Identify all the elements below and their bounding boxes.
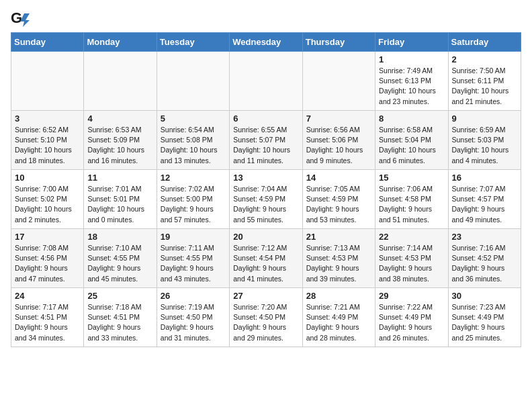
day-number: 26 — [161, 291, 226, 301]
calendar-cell: 20Sunrise: 7:12 AM Sunset: 4:54 PM Dayli… — [230, 229, 302, 288]
day-info: Sunrise: 7:12 AM Sunset: 4:54 PM Dayligh… — [233, 243, 298, 284]
day-info: Sunrise: 6:56 AM Sunset: 5:06 PM Dayligh… — [306, 125, 371, 166]
calendar-cell: 14Sunrise: 7:05 AM Sunset: 4:59 PM Dayli… — [302, 170, 375, 229]
day-number: 2 — [452, 54, 517, 64]
calendar-cell: 15Sunrise: 7:06 AM Sunset: 4:58 PM Dayli… — [375, 170, 448, 229]
day-number: 4 — [87, 113, 152, 124]
calendar-cell: 11Sunrise: 7:01 AM Sunset: 5:01 PM Dayli… — [84, 170, 157, 229]
day-number: 10 — [15, 173, 80, 183]
calendar-cell: 27Sunrise: 7:20 AM Sunset: 4:50 PM Dayli… — [230, 288, 302, 347]
day-number: 14 — [306, 173, 371, 183]
day-number: 20 — [233, 232, 298, 242]
calendar-cell: 7Sunrise: 6:56 AM Sunset: 5:06 PM Daylig… — [302, 111, 375, 170]
calendar-cell: 30Sunrise: 7:23 AM Sunset: 4:49 PM Dayli… — [448, 288, 521, 347]
logo: G — [11, 13, 31, 27]
day-number: 22 — [379, 232, 444, 242]
calendar-cell: 23Sunrise: 7:16 AM Sunset: 4:52 PM Dayli… — [448, 229, 521, 288]
day-number: 23 — [452, 232, 517, 242]
day-number: 30 — [452, 291, 517, 301]
day-info: Sunrise: 7:10 AM Sunset: 4:55 PM Dayligh… — [87, 243, 152, 284]
day-info: Sunrise: 6:53 AM Sunset: 5:09 PM Dayligh… — [87, 125, 152, 166]
calendar-cell — [230, 52, 302, 111]
day-info: Sunrise: 6:54 AM Sunset: 5:08 PM Dayligh… — [161, 125, 226, 166]
day-number: 24 — [15, 291, 80, 301]
weekday-header-wednesday: Wednesday — [230, 33, 302, 52]
calendar-cell: 29Sunrise: 7:22 AM Sunset: 4:49 PM Dayli… — [375, 288, 448, 347]
calendar-cell: 13Sunrise: 7:04 AM Sunset: 4:59 PM Dayli… — [230, 170, 302, 229]
day-number: 8 — [379, 113, 444, 124]
calendar-table: SundayMondayTuesdayWednesdayThursdayFrid… — [11, 32, 521, 347]
calendar-cell: 18Sunrise: 7:10 AM Sunset: 4:55 PM Dayli… — [84, 229, 157, 288]
calendar-cell: 3Sunrise: 6:52 AM Sunset: 5:10 PM Daylig… — [11, 111, 84, 170]
day-info: Sunrise: 6:58 AM Sunset: 5:04 PM Dayligh… — [379, 125, 444, 166]
day-number: 25 — [87, 291, 152, 301]
day-number: 18 — [87, 232, 152, 242]
day-info: Sunrise: 7:23 AM Sunset: 4:49 PM Dayligh… — [452, 302, 517, 343]
week-row-2: 3Sunrise: 6:52 AM Sunset: 5:10 PM Daylig… — [11, 111, 521, 170]
day-info: Sunrise: 6:59 AM Sunset: 5:03 PM Dayligh… — [452, 125, 517, 166]
day-info: Sunrise: 6:55 AM Sunset: 5:07 PM Dayligh… — [233, 125, 298, 166]
calendar-cell — [84, 52, 157, 111]
logo-icon: G — [11, 11, 30, 27]
day-number: 12 — [161, 173, 226, 183]
calendar-cell — [11, 52, 84, 111]
day-number: 28 — [306, 291, 371, 301]
weekday-header-thursday: Thursday — [302, 33, 375, 52]
day-info: Sunrise: 7:22 AM Sunset: 4:49 PM Dayligh… — [379, 302, 444, 343]
day-info: Sunrise: 7:08 AM Sunset: 4:56 PM Dayligh… — [15, 243, 80, 284]
day-info: Sunrise: 7:19 AM Sunset: 4:50 PM Dayligh… — [161, 302, 226, 343]
weekday-header-friday: Friday — [375, 33, 448, 52]
calendar-cell: 1Sunrise: 7:49 AM Sunset: 6:13 PM Daylig… — [375, 52, 448, 111]
weekday-header-sunday: Sunday — [11, 33, 84, 52]
calendar-cell: 4Sunrise: 6:53 AM Sunset: 5:09 PM Daylig… — [84, 111, 157, 170]
day-info: Sunrise: 7:04 AM Sunset: 4:59 PM Dayligh… — [233, 184, 298, 225]
calendar-cell: 25Sunrise: 7:18 AM Sunset: 4:51 PM Dayli… — [84, 288, 157, 347]
day-info: Sunrise: 7:01 AM Sunset: 5:01 PM Dayligh… — [87, 184, 152, 225]
day-info: Sunrise: 7:18 AM Sunset: 4:51 PM Dayligh… — [87, 302, 152, 343]
calendar-cell: 19Sunrise: 7:11 AM Sunset: 4:55 PM Dayli… — [157, 229, 229, 288]
weekday-header-saturday: Saturday — [448, 33, 521, 52]
day-info: Sunrise: 7:17 AM Sunset: 4:51 PM Dayligh… — [15, 302, 80, 343]
day-info: Sunrise: 7:16 AM Sunset: 4:52 PM Dayligh… — [452, 243, 517, 284]
calendar-cell: 16Sunrise: 7:07 AM Sunset: 4:57 PM Dayli… — [448, 170, 521, 229]
week-row-5: 24Sunrise: 7:17 AM Sunset: 4:51 PM Dayli… — [11, 288, 521, 347]
weekday-header-monday: Monday — [84, 33, 157, 52]
day-number: 29 — [379, 291, 444, 301]
day-info: Sunrise: 7:50 AM Sunset: 6:11 PM Dayligh… — [452, 66, 517, 107]
day-number: 19 — [161, 232, 226, 242]
calendar-cell: 5Sunrise: 6:54 AM Sunset: 5:08 PM Daylig… — [157, 111, 229, 170]
week-row-3: 10Sunrise: 7:00 AM Sunset: 5:02 PM Dayli… — [11, 170, 521, 229]
day-number: 15 — [379, 173, 444, 183]
day-number: 1 — [379, 54, 444, 64]
day-number: 13 — [233, 173, 298, 183]
calendar-cell: 26Sunrise: 7:19 AM Sunset: 4:50 PM Dayli… — [157, 288, 229, 347]
calendar-cell — [302, 52, 375, 111]
calendar-cell — [157, 52, 229, 111]
week-row-4: 17Sunrise: 7:08 AM Sunset: 4:56 PM Dayli… — [11, 229, 521, 288]
day-number: 7 — [306, 113, 371, 124]
day-number: 9 — [452, 113, 517, 124]
calendar-cell: 9Sunrise: 6:59 AM Sunset: 5:03 PM Daylig… — [448, 111, 521, 170]
day-info: Sunrise: 7:13 AM Sunset: 4:53 PM Dayligh… — [306, 243, 371, 284]
day-info: Sunrise: 7:05 AM Sunset: 4:59 PM Dayligh… — [306, 184, 371, 225]
day-number: 11 — [87, 173, 152, 183]
calendar-cell: 28Sunrise: 7:21 AM Sunset: 4:49 PM Dayli… — [302, 288, 375, 347]
day-number: 16 — [452, 173, 517, 183]
day-info: Sunrise: 7:06 AM Sunset: 4:58 PM Dayligh… — [379, 184, 444, 225]
day-info: Sunrise: 7:07 AM Sunset: 4:57 PM Dayligh… — [452, 184, 517, 225]
calendar-cell: 10Sunrise: 7:00 AM Sunset: 5:02 PM Dayli… — [11, 170, 84, 229]
calendar-cell: 8Sunrise: 6:58 AM Sunset: 5:04 PM Daylig… — [375, 111, 448, 170]
header: G — [11, 11, 521, 27]
day-number: 27 — [233, 291, 298, 301]
calendar-cell: 17Sunrise: 7:08 AM Sunset: 4:56 PM Dayli… — [11, 229, 84, 288]
day-number: 21 — [306, 232, 371, 242]
day-info: Sunrise: 7:00 AM Sunset: 5:02 PM Dayligh… — [15, 184, 80, 225]
week-row-1: 1Sunrise: 7:49 AM Sunset: 6:13 PM Daylig… — [11, 52, 521, 111]
day-info: Sunrise: 7:02 AM Sunset: 5:00 PM Dayligh… — [161, 184, 226, 225]
calendar-cell: 24Sunrise: 7:17 AM Sunset: 4:51 PM Dayli… — [11, 288, 84, 347]
day-number: 17 — [15, 232, 80, 242]
day-info: Sunrise: 7:21 AM Sunset: 4:49 PM Dayligh… — [306, 302, 371, 343]
day-info: Sunrise: 7:11 AM Sunset: 4:55 PM Dayligh… — [161, 243, 226, 284]
calendar-cell: 12Sunrise: 7:02 AM Sunset: 5:00 PM Dayli… — [157, 170, 229, 229]
day-info: Sunrise: 7:49 AM Sunset: 6:13 PM Dayligh… — [379, 66, 444, 107]
